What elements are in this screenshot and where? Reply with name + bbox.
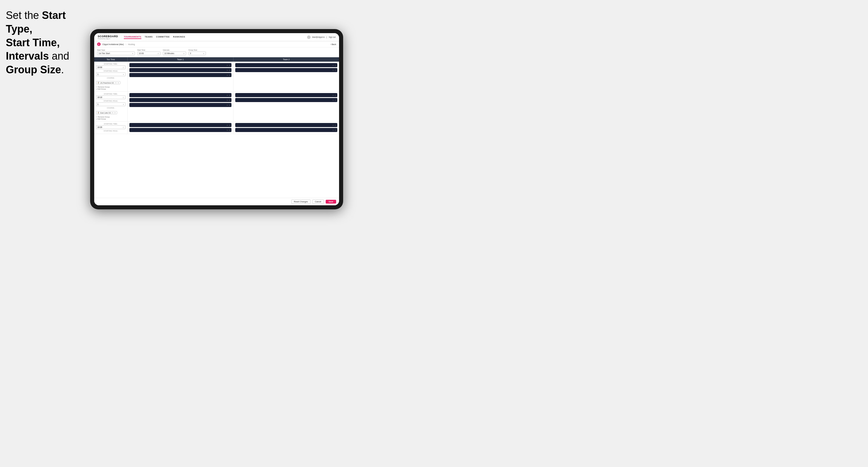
nav-links: TOURNAMENTS TEAMS COMMITTEE RANKINGS: [124, 35, 307, 39]
starting-time-input-2[interactable]: 10:10 ⏱: [96, 95, 126, 99]
course-tag-2[interactable]: 🏌 East Lake GC ✕ ✕: [96, 111, 117, 114]
slot-x-icon[interactable]: ✕: [226, 99, 228, 101]
slot-x-icon[interactable]: ✕: [226, 104, 228, 106]
slot-expand-icon[interactable]: ⊙: [229, 64, 230, 66]
group-size-select[interactable]: 3 ▼: [188, 52, 206, 55]
player-slot-5-2: ✕ ⊙: [129, 128, 231, 132]
left-panel-3: STARTING TIME: 10:20 ⏱ STARTING HOLE:: [94, 122, 128, 134]
team1-col-1: ✕ ⊙ ✕ ⊙ ✕ ⊙: [128, 62, 234, 91]
breadcrumb-section: Hosting: [128, 43, 135, 45]
slot-expand-icon[interactable]: ⊙: [229, 74, 230, 76]
slot-x-icon[interactable]: ✕: [226, 74, 228, 76]
remove-icon: ○: [96, 116, 97, 118]
start-type-value: 1st Tee Start: [99, 52, 110, 54]
add-group-btn-1[interactable]: + Add Group: [96, 88, 126, 90]
add-group-btn-2[interactable]: + Add Group: [96, 118, 126, 120]
slot-expand-icon[interactable]: ⊙: [335, 129, 336, 131]
slot-x-icon[interactable]: ✕: [226, 129, 228, 131]
slot-x-icon[interactable]: ✕: [226, 69, 228, 71]
course-remove-1[interactable]: ✕: [115, 82, 117, 84]
col-team2: Team 2: [234, 57, 339, 62]
course-tag-1[interactable]: 🏌 (A) Peachtree GC ✕ ✕: [96, 81, 120, 84]
navbar: SCOREBOARD Powered by clipp.d TOURNAMENT…: [94, 33, 339, 41]
starting-hole-label-2: STARTING HOLE:: [96, 100, 126, 102]
team1-col-2: ✕ ⊙ ✕ ⊙ ✕ ⊙: [128, 92, 234, 121]
intervals-chevron: ▼: [183, 53, 185, 54]
save-button[interactable]: Save: [326, 200, 336, 204]
nav-tournaments[interactable]: TOURNAMENTS: [124, 35, 141, 39]
team2-col-3: ✕ ⊙ ✕ ⊙: [234, 122, 339, 134]
start-time-chevron: ⏱: [158, 53, 159, 54]
player-slot-6-2: ✕ ⊙: [235, 128, 337, 132]
group-size-value: 3: [190, 52, 191, 54]
starting-hole-label-3: STARTING HOLE:: [96, 130, 126, 132]
slot-x-icon[interactable]: ✕: [332, 129, 334, 131]
slot-expand-icon[interactable]: ⊙: [335, 124, 336, 126]
right-panel-2: ✕ ⊙ ✕ ⊙ ✕ ⊙ ✕: [128, 92, 339, 121]
starting-hole-input-2[interactable]: 1 ▼: [96, 102, 126, 106]
course-expand-2[interactable]: ✕: [114, 112, 116, 114]
back-button[interactable]: ‹ Back: [330, 43, 336, 45]
slot-x-icon[interactable]: ✕: [332, 94, 334, 96]
table-header: Tee Time Team 1 Team 2: [94, 57, 339, 62]
slot-x-icon[interactable]: ✕: [332, 69, 334, 71]
slot-expand-icon[interactable]: ⊙: [229, 94, 230, 96]
slot-expand-icon[interactable]: ⊙: [335, 64, 336, 66]
group-actions-2: ○ Remove Group + Add Group: [96, 116, 126, 120]
course-label-2: COURSE:: [96, 107, 126, 109]
course-name-2: East Lake GC: [100, 112, 111, 114]
remove-group-btn-2[interactable]: ○ Remove Group: [96, 116, 126, 118]
slot-expand-icon[interactable]: ⊙: [335, 69, 336, 71]
slot-expand-icon[interactable]: ⊙: [229, 69, 230, 71]
team1-col-3: ✕ ⊙ ✕ ⊙: [128, 122, 234, 134]
slot-x-icon[interactable]: ✕: [332, 99, 334, 101]
nav-committee[interactable]: COMMITTEE: [156, 35, 170, 39]
intervals-group: Intervals 10 Minutes ▼: [163, 49, 186, 55]
course-remove-2[interactable]: ✕: [112, 112, 114, 114]
settings-row: Start Type 1st Tee Start ▼ Start Time 10…: [94, 48, 339, 57]
left-panel-1: STARTING TIME: 10:00 ⏱ STARTING HOLE: 1 …: [94, 62, 128, 91]
time-value-1: 10:00: [97, 66, 102, 68]
slot-expand-icon[interactable]: ⊙: [229, 124, 230, 126]
slot-x-icon[interactable]: ✕: [226, 64, 228, 66]
slot-expand-icon[interactable]: ⊙: [335, 99, 336, 101]
sign-out-link[interactable]: Sign out: [329, 36, 336, 38]
remove-group-btn-1[interactable]: ○ Remove Group: [96, 86, 126, 88]
starting-time-input-1[interactable]: 10:00 ⏱: [96, 65, 126, 69]
nav-rankings[interactable]: RANKINGS: [173, 35, 185, 39]
cancel-button[interactable]: Cancel: [312, 199, 324, 204]
starting-hole-input-1[interactable]: 1 ▼: [96, 72, 126, 76]
slot-expand-icon[interactable]: ⊙: [229, 104, 230, 106]
start-type-select[interactable]: 1st Tee Start ▼: [97, 52, 135, 55]
slot-expand-icon[interactable]: ⊙: [335, 94, 336, 96]
intervals-value: 10 Minutes: [164, 52, 174, 54]
start-time-group: Start Time 10:00 ⏱: [137, 49, 160, 55]
slot-x-icon[interactable]: ✕: [332, 64, 334, 66]
reset-changes-button[interactable]: Reset Changes: [291, 199, 311, 204]
nav-teams[interactable]: TEAMS: [145, 35, 153, 39]
intervals-select[interactable]: 10 Minutes ▼: [163, 52, 186, 55]
slot-x-icon[interactable]: ✕: [226, 124, 228, 126]
slot-expand-icon[interactable]: ⊙: [229, 99, 230, 101]
starting-hole-label-1: STARTING HOLE:: [96, 70, 126, 72]
slot-x-icon[interactable]: ✕: [332, 124, 334, 126]
starting-time-label-3: STARTING TIME:: [96, 123, 126, 125]
course-expand-1[interactable]: ✕: [118, 82, 119, 84]
player-slot-2-2: ✕ ⊙: [235, 68, 337, 72]
slot-expand-icon[interactable]: ⊙: [229, 129, 230, 131]
course-icon-2: 🏌: [97, 112, 99, 114]
hole-value-1: 1: [97, 73, 99, 75]
table-row: STARTING TIME: 10:00 ⏱ STARTING HOLE: 1 …: [94, 62, 339, 92]
course-name-1: (A) Peachtree GC: [100, 82, 114, 84]
start-time-select[interactable]: 10:00 ⏱: [137, 52, 160, 55]
tournament-name: Clippd Invitational (Mar): [102, 43, 124, 45]
logo-area: SCOREBOARD Powered by clipp.d: [98, 35, 118, 39]
table-row: STARTING TIME: 10:20 ⏱ STARTING HOLE: ✕ …: [94, 122, 339, 134]
tablet-device: SCOREBOARD Powered by clipp.d TOURNAMENT…: [90, 29, 343, 209]
pipe-separator: |: [326, 36, 327, 38]
remove-icon: ○: [96, 86, 97, 88]
slot-x-icon[interactable]: ✕: [226, 94, 228, 96]
starting-time-input-3[interactable]: 10:20 ⏱: [96, 125, 126, 129]
player-slot-3-1: ✕ ⊙: [129, 93, 231, 97]
player-slot-1-2: ✕ ⊙: [129, 68, 231, 72]
